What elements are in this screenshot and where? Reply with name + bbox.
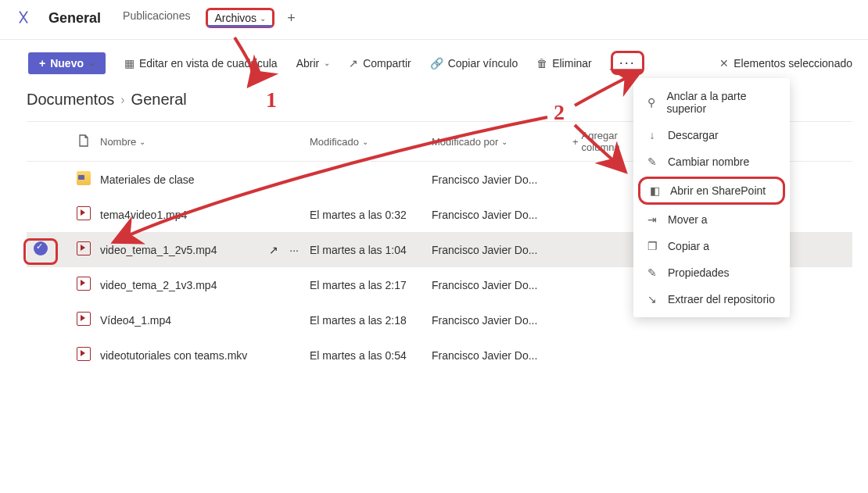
col-modifiedby-header[interactable]: Modificado por ⌄ [432,136,572,148]
crumb-root[interactable]: Documentos [27,91,114,109]
chevron-down-icon: ⌄ [88,59,95,67]
menu-copy-to[interactable]: ❐ Copiar a [633,233,790,259]
file-modifiedby: Francisco Javier Do... [432,314,537,327]
right-actions: ✕ Elementos seleccionado [719,57,852,70]
table-row[interactable]: videotutoriales con teams.mkv El martes … [27,338,852,373]
menu-open-sharepoint-label: Abrir en SharePoint [670,184,766,197]
file-name[interactable]: Vídeo4_1.mp4 [100,314,171,327]
share-button[interactable]: ↗ Compartir [349,57,411,70]
annotation-highlight-checkbox [23,238,58,265]
video-icon [77,277,91,291]
chevron-down-icon: ⌄ [139,138,145,146]
link-icon: 🔗 [430,57,443,70]
menu-pin[interactable]: ⚲ Anclar a la parte superior [633,83,790,122]
close-icon: ✕ [719,57,729,70]
tab-publicaciones[interactable]: Publicaciones [120,6,193,30]
menu-checkout[interactable]: ↘ Extraer del repositorio [633,286,790,313]
col-modifiedby-label: Modificado por [432,136,498,148]
new-button[interactable]: + Nuevo ⌄ [28,52,106,74]
menu-download[interactable]: ↓ Descargar [633,122,790,148]
file-name[interactable]: video_tema_1_2v5.mp4 [100,244,217,256]
selected-items-label: Elementos seleccionado [733,57,852,70]
tab-archivos-label: Archivos [214,12,256,24]
menu-properties-label: Propiedades [668,266,730,279]
file-modifiedby: Francisco Javier Do... [432,173,537,186]
copy-link-button[interactable]: 🔗 Copiar vínculo [430,57,518,70]
file-name[interactable]: tema4video1.mp4 [100,209,187,221]
open-label: Abrir [296,57,320,70]
chevron-down-icon: ⌄ [501,138,508,146]
edit-grid-button[interactable]: ▦ Editar en vista de cuadrícula [124,57,278,70]
chevron-down-icon: ⌄ [324,59,330,67]
plus-icon: + [572,136,579,148]
menu-open-sharepoint[interactable]: ◧ Abrir en SharePoint [638,177,785,205]
share-label: Compartir [363,57,411,70]
row-more-icon[interactable]: ··· [289,244,299,256]
tools-icon [16,9,31,27]
chevron-right-icon: › [120,93,124,107]
video-icon [77,206,91,220]
share-icon[interactable]: ↗ [269,244,278,256]
col-modified-label: Modificado [310,136,359,148]
pin-icon: ⚲ [646,96,657,109]
file-modifiedby: Francisco Javier Do... [432,279,537,291]
menu-rename[interactable]: ✎ Cambiar nombre [633,148,790,175]
video-icon [77,347,91,361]
channel-header: General Publicaciones Archivos ⌄ + [0,0,868,40]
download-icon: ↓ [646,129,658,141]
file-modified: El martes a las 0:32 [310,209,407,221]
row-actions: ↗ ··· [269,244,310,256]
new-label: Nuevo [50,57,84,70]
rename-icon: ✎ [646,155,658,168]
share-icon: ↗ [349,57,358,70]
copy-icon: ❐ [646,240,658,252]
menu-rename-label: Cambiar nombre [668,155,749,168]
selected-items-indicator[interactable]: ✕ Elementos seleccionado [719,57,852,70]
open-button[interactable]: Abrir ⌄ [296,57,331,70]
file-name[interactable]: video_tema_2_1v3.mp4 [100,279,217,291]
file-modifiedby: Francisco Javier Do... [432,244,537,256]
file-modified: El martes a las 2:18 [310,314,407,327]
file-modifiedby: Francisco Javier Do... [432,209,537,221]
menu-move-to[interactable]: ⇥ Mover a [633,206,790,233]
file-type-icon-header [67,134,100,149]
tab-archivos[interactable]: Archivos ⌄ [206,8,274,28]
file-modifiedby: Francisco Javier Do... [432,349,537,362]
checkout-icon: ↘ [646,293,658,305]
delete-button[interactable]: 🗑 Eliminar [536,57,592,70]
chevron-down-icon: ⌄ [362,138,368,146]
edit-icon: ✎ [646,266,658,279]
move-icon: ⇥ [646,213,658,226]
menu-copy-to-label: Copiar a [668,240,709,252]
file-modified: El martes a las 1:04 [310,244,407,256]
edit-grid-label: Editar en vista de cuadrícula [139,57,278,70]
menu-checkout-label: Extraer del repositorio [668,293,775,305]
more-actions-button[interactable]: ··· [611,51,644,75]
col-name-label: Nombre [100,136,136,148]
copy-link-label: Copiar vínculo [448,57,518,70]
file-name[interactable]: videotutoriales con teams.mkv [100,349,247,362]
folder-icon [77,171,91,185]
menu-download-label: Descargar [668,129,719,141]
tabs: Publicaciones Archivos ⌄ + [120,6,296,30]
menu-pin-label: Anclar a la parte superior [666,90,777,115]
col-name-header[interactable]: Nombre ⌄ [100,136,310,148]
col-modified-header[interactable]: Modificado ⌄ [310,136,432,148]
video-icon [77,241,91,255]
file-name[interactable]: Materiales de clase [100,173,195,186]
delete-label: Eliminar [552,57,592,70]
trash-icon: 🗑 [536,57,547,70]
file-modified: El martes a las 2:17 [310,279,407,291]
context-menu: ⚲ Anclar a la parte superior ↓ Descargar… [633,78,790,317]
channel-title: General [48,10,101,27]
plus-icon: + [39,57,45,70]
grid-icon: ▦ [124,57,135,70]
chevron-down-icon: ⌄ [260,14,266,23]
file-modified: El martes a las 0:54 [310,349,407,362]
add-tab-button[interactable]: + [287,10,296,27]
menu-move-to-label: Mover a [668,213,708,226]
sharepoint-icon: ◧ [648,184,661,197]
checkbox-checked-icon[interactable] [34,241,48,255]
menu-properties[interactable]: ✎ Propiedades [633,259,790,286]
crumb-current: General [131,91,187,109]
